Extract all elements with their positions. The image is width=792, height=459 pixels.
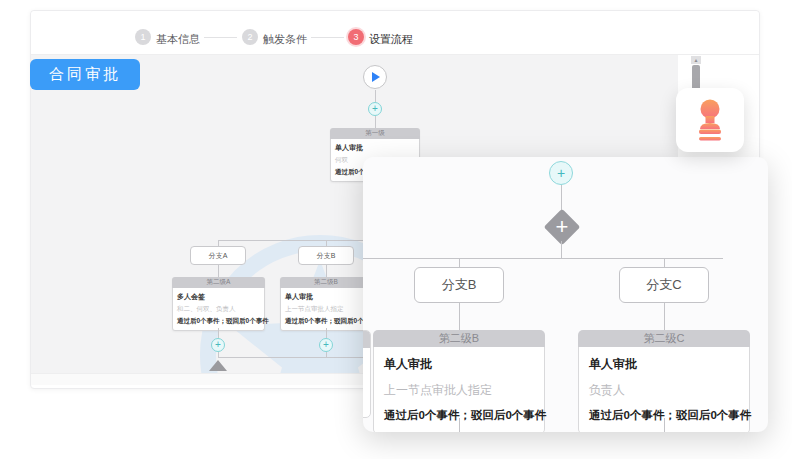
zoom-overlay-panel: 分支B 分支C 第二级B 单人审批 上一节点审批人指定 通过后0个事件；驳回后0… bbox=[363, 157, 768, 432]
add-node-icon[interactable] bbox=[549, 161, 573, 185]
step-3-label[interactable]: 设置流程 bbox=[369, 32, 413, 47]
node-assignee: 上一节点审批人指定 bbox=[285, 305, 367, 314]
connector bbox=[375, 90, 376, 102]
node-card-title: 第二级A bbox=[172, 277, 265, 288]
play-icon bbox=[372, 72, 380, 82]
node-card-title: 第二级B bbox=[373, 330, 545, 347]
flow-name-tag: 合同审批 bbox=[30, 59, 140, 90]
step-3-circle[interactable]: 3 bbox=[348, 29, 364, 45]
merge-arrow-icon bbox=[209, 360, 227, 371]
connector bbox=[326, 328, 327, 338]
connector bbox=[363, 258, 723, 259]
node-card-level2c[interactable]: 第二级C 单人审批 负责人 通过后0个事件；驳回后0个事件 bbox=[578, 330, 750, 432]
node-type: 单人审批 bbox=[589, 356, 739, 373]
node-card-title: 第一级 bbox=[330, 128, 420, 139]
add-node-icon[interactable] bbox=[368, 102, 382, 116]
connector bbox=[459, 303, 460, 330]
step-connector bbox=[311, 37, 344, 38]
connector bbox=[375, 116, 376, 128]
step-2-circle[interactable]: 2 bbox=[242, 29, 258, 45]
connector bbox=[326, 265, 327, 277]
node-card-header bbox=[363, 331, 370, 348]
node-card-level2a[interactable]: 第二级A 多人会签 和二、何双、负责人 通过后0个事件；驳回后0个事件 bbox=[172, 277, 265, 331]
plus-icon bbox=[549, 214, 575, 240]
node-type: 多人会签 bbox=[177, 292, 260, 302]
connector bbox=[218, 328, 219, 338]
branch-node-b[interactable]: 分支B bbox=[298, 246, 354, 265]
start-node[interactable] bbox=[363, 65, 387, 89]
node-events: 通过后0个事件；驳回后0个事件 bbox=[177, 317, 260, 326]
add-node-icon[interactable] bbox=[319, 338, 333, 352]
node-assignee: 和二、何双、负责人 bbox=[177, 305, 260, 314]
connector bbox=[561, 241, 562, 258]
node-events: 通过后0个事件；驳回后0个事件 bbox=[285, 317, 367, 326]
condition-gateway-node[interactable] bbox=[544, 209, 581, 246]
node-card-level2b[interactable]: 第二级B 单人审批 上一节点审批人指定 通过后0个事件；驳回后0个事件 bbox=[373, 330, 545, 432]
stamp-icon bbox=[692, 99, 728, 141]
node-assignee: 负责人 bbox=[589, 382, 739, 399]
step-1-label[interactable]: 基本信息 bbox=[156, 32, 200, 47]
connector bbox=[664, 418, 665, 432]
step-1-circle[interactable]: 1 bbox=[135, 29, 151, 45]
connector bbox=[664, 303, 665, 330]
node-assignee: 上一节点审批人指定 bbox=[384, 382, 534, 399]
connector bbox=[664, 258, 665, 267]
node-type: 单人审批 bbox=[285, 292, 367, 302]
connector bbox=[218, 265, 219, 277]
step-2-label[interactable]: 触发条件 bbox=[263, 32, 307, 47]
node-card-partial bbox=[363, 330, 371, 418]
node-type: 单人审批 bbox=[384, 356, 534, 373]
scroll-up-icon[interactable] bbox=[691, 56, 701, 64]
node-type: 单人审批 bbox=[335, 143, 415, 153]
branch-node-a[interactable]: 分支A bbox=[190, 246, 246, 265]
node-card-level2b[interactable]: 第二级B 单人审批 上一节点审批人指定 通过后0个事件；驳回后0个事件 bbox=[280, 277, 372, 331]
node-card-title: 第二级B bbox=[280, 277, 372, 288]
node-card-title: 第二级C bbox=[578, 330, 750, 347]
connector bbox=[459, 258, 460, 267]
connector bbox=[459, 418, 460, 432]
add-node-icon[interactable] bbox=[211, 338, 225, 352]
branch-node-c[interactable]: 分支C bbox=[619, 267, 709, 303]
stamp-card bbox=[676, 88, 744, 152]
step-connector bbox=[204, 37, 237, 38]
branch-node-b[interactable]: 分支B bbox=[414, 267, 504, 303]
